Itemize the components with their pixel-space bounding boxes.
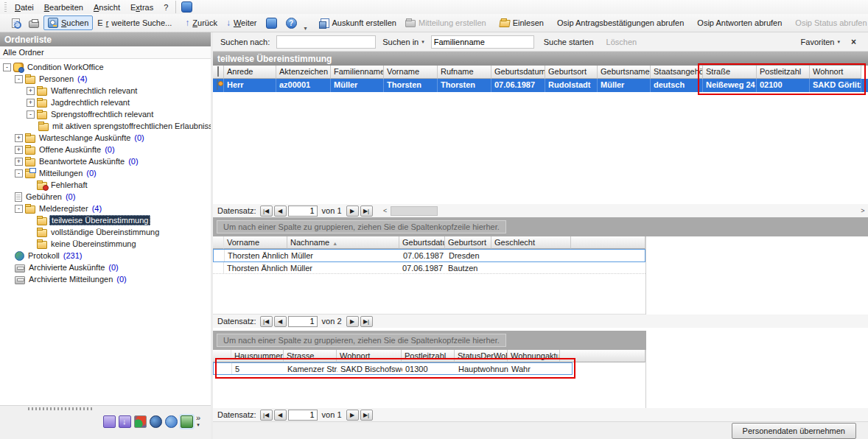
menu-ansicht[interactable]: Ansicht [88,1,125,13]
close-icon[interactable]: × [847,37,861,47]
loeschen-button[interactable]: Löschen [603,36,640,48]
zurueck-button[interactable]: ↑Zurück [181,15,222,30]
col-strasse[interactable]: Straße [703,66,757,79]
menu-bearbeiten[interactable]: Bearbeiten [39,1,88,13]
prev-record-button[interactable]: ◀ [274,410,287,421]
col-wohnort[interactable]: Wohnort [810,66,861,79]
tree-item-mitteilungen[interactable]: -Mitteilungen(0) [0,167,211,179]
last-record-button[interactable]: ▶| [360,410,373,421]
collapse-icon[interactable]: - [15,75,23,83]
toolbar-grip[interactable] [4,2,7,13]
col-familienname[interactable]: Familienname [331,66,384,79]
tree-item-keine-uebereinstimmung[interactable]: keine Übereinstimmung [0,238,211,250]
col-postleitzahl[interactable]: Postleitzahl [402,350,455,362]
record-number-input[interactable] [288,206,318,217]
record-number-input[interactable] [288,410,318,421]
first-record-button[interactable]: |◀ [260,206,273,217]
collapse-icon[interactable]: - [15,169,23,178]
tree-item-gebuehren[interactable]: Gebühren(0) [0,191,211,203]
collapse-icon[interactable]: - [27,110,35,119]
next-record-button[interactable]: ▶ [346,410,359,421]
col-geburtsort[interactable]: Geburtsort [545,66,598,79]
menu-extras[interactable]: Extras [125,1,158,13]
col-vorname[interactable]: Vorname [384,66,438,79]
folder-filter[interactable]: Alle Ordner [0,46,211,59]
prev-record-button[interactable]: ◀ [274,316,287,327]
taskbar-icon-6[interactable] [181,415,193,428]
more-buttons-chevron[interactable]: »▾ [196,415,200,428]
suche-starten-button[interactable]: Suche starten [541,36,597,48]
scroll-left-icon[interactable]: < [380,207,391,214]
tree-item-workoffice[interactable]: -Condition WorkOffice [0,61,211,73]
help-button[interactable]: ? [281,15,301,31]
first-record-button[interactable]: |◀ [260,316,273,327]
record-number-input[interactable] [288,316,318,327]
scrollbar-thumb[interactable] [391,206,438,216]
next-record-button[interactable]: ▶ [346,316,359,327]
expand-icon[interactable]: + [27,99,35,107]
search-in-dropdown[interactable]: Suchen in▾ [382,38,424,46]
col-rufname[interactable]: Rufname [438,66,491,79]
collapse-icon[interactable]: - [3,63,11,71]
tree-item-archivierte-mitteilungen[interactable]: Archivierte Mitteilungen(0) [0,273,211,285]
person-row[interactable]: Thorsten Ähnlich Müller 07.06.1987 Bautz… [213,262,645,274]
tree-item-vollstaendige-uebereinstimmung[interactable]: vollständige Übereinstimmung [0,226,211,238]
expand-icon[interactable]: + [15,134,23,142]
taskbar-icon-2[interactable] [119,415,131,428]
toolbar-overflow-chevron[interactable]: ▾ [301,25,310,32]
last-record-button[interactable]: ▶| [360,316,373,327]
scroll-right-icon[interactable]: > [858,207,868,214]
record-type-column[interactable] [213,66,224,79]
tree-item-mit-aktiven-erlaubnissen[interactable]: mit aktiven sprengstoffrechtlichen Erlau… [0,120,211,132]
prev-record-button[interactable]: ◀ [274,206,287,217]
osip-antragsbestaetigungen-button[interactable]: Osip Antragsbestätigungen abrufen [553,16,688,29]
splitter-handle[interactable] [28,407,94,410]
taskbar-icon-1[interactable] [103,415,116,428]
col-geschlecht[interactable]: Geschlecht [491,236,571,249]
tree-item-melderegister[interactable]: -Melderegister(4) [0,203,211,214]
expand-icon[interactable]: + [15,158,23,166]
tree-item-teilweise-uebereinstimmung[interactable]: teilweise Übereinstimmung [0,214,211,226]
expand-icon[interactable]: + [15,146,23,154]
erweiterte-suche-button[interactable]: Erweiterte Suche... [93,16,176,29]
next-record-button[interactable]: ▶ [346,206,359,217]
osip-antworten-button[interactable]: Osip Antworten abrufen [693,16,786,29]
result-row-selected[interactable]: Herr az00001 Müller Thorsten Thorsten 07… [213,79,868,92]
first-record-button[interactable]: |◀ [260,410,273,421]
osip-status-button[interactable]: Osip Status abrufen [791,16,868,29]
col-hausnummer[interactable]: Hausnummer [231,350,284,362]
tree-item-protokoll[interactable]: Protokoll(231) [0,250,211,261]
person-row-selected[interactable]: Thorsten Ähnlich Müller 07.06.1987 Dresd… [213,249,645,262]
mitteilung-erstellen-button[interactable]: Mitteilung erstellen [401,16,491,29]
search-input[interactable] [276,35,376,49]
suchen-button[interactable]: Suchen [43,15,93,30]
expand-icon[interactable]: + [27,87,35,95]
col-strasse[interactable]: Strasse [284,350,337,362]
print-preview-button[interactable] [7,16,24,30]
tree-item-archivierte-auskuenfte[interactable]: Archivierte Auskünfte(0) [0,261,211,273]
collapse-icon[interactable]: - [15,205,23,213]
col-statusderwohnung[interactable]: StatusDerWohnung [455,350,508,362]
col-geburtsdatum[interactable]: Geburtsdatum [399,236,445,249]
tree-item-sprengstoffrechtlich[interactable]: -Sprengstoffrechtlich relevant [0,108,211,120]
search-in-field[interactable] [431,35,534,49]
tree-item-warteschlange[interactable]: +Warteschlange Auskünfte(0) [0,132,211,144]
taskbar-icon-4[interactable] [150,415,162,428]
col-wohnungaktuell[interactable]: Wohnungaktuell [508,350,560,362]
address-row-selected[interactable]: 5 Kamenzer Str. SAKD Bischofswerda 01300… [213,362,573,375]
print-button[interactable] [24,16,43,30]
personendaten-uebernehmen-button[interactable]: Personendaten übernehmen [732,423,856,439]
col-geburtsort[interactable]: Geburtsort [445,236,491,249]
auskunft-erstellen-button[interactable]: Auskunft erstellen [316,16,401,30]
col-vorname[interactable]: Vorname [224,236,287,249]
menu-datei[interactable]: Datei [10,1,39,13]
tree-item-waffenrechtlich[interactable]: +Waffenrechtlich relevant [0,85,211,96]
taskbar-icon-5[interactable] [165,415,178,428]
col-anrede[interactable]: Anrede [224,66,276,79]
col-postleitzahl[interactable]: Postleitzahl [757,66,810,79]
tree-item-offene-auskuenfte[interactable]: +Offene Auskünfte(0) [0,144,211,155]
app-icon[interactable] [181,1,192,13]
tree-item-fehlerhaft[interactable]: Fehlerhaft [0,179,211,191]
refresh-button[interactable] [262,15,281,31]
col-wohnort[interactable]: Wohnort [337,350,402,362]
